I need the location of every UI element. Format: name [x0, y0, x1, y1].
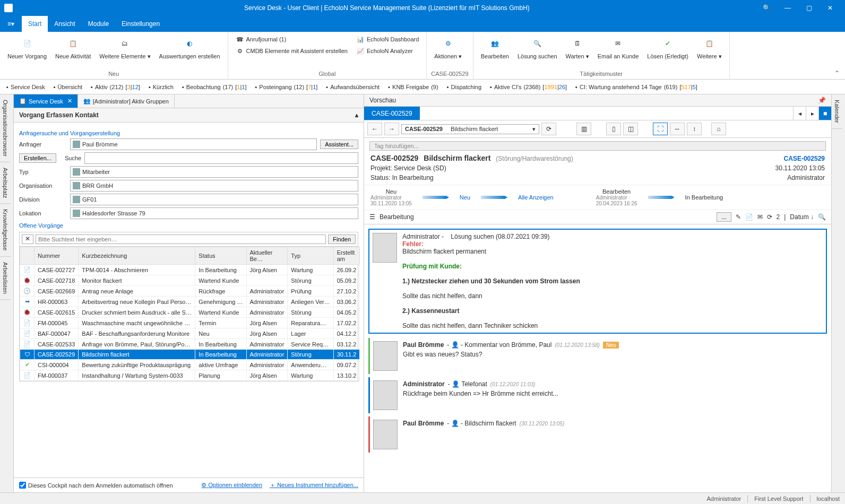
table-row[interactable]: 🐞CASE-002718Monitor flackertWartend Kund… [20, 275, 360, 286]
quickbar-item[interactable]: ▪Aktive CI's (2368) [1991|26] [487, 83, 570, 91]
quickbar-item[interactable]: ▪Beobachtung (17) [1|1] [179, 83, 250, 91]
assistent-button[interactable]: Assistent... [320, 140, 358, 149]
column-header[interactable]: Status [195, 247, 246, 265]
erstellen-button[interactable]: Erstellen... [19, 153, 56, 163]
sidebar-tab[interactable]: Knowledgebase [0, 204, 11, 256]
weitere-elemente-button[interactable]: 🗂Weitere Elemente ▾ [96, 34, 153, 60]
quickbar-item[interactable]: ▪Kürzlich [145, 83, 177, 91]
table-row[interactable]: 📄FM-000037Instandhaltung / Wartung Syste… [20, 370, 360, 381]
close-icon[interactable]: ✕ [67, 98, 72, 105]
sort-label[interactable]: Datum ↓ [790, 213, 814, 221]
activity-entry[interactable]: Paul Brömme - 👤 - Kommentar von Brömme, … [368, 338, 827, 374]
table-row[interactable]: 📄BAF-000047BAF - Beschaffungsanforderung… [20, 328, 360, 339]
home-button[interactable]: ⌂ [711, 123, 726, 135]
collapse-icon[interactable]: ▴ [355, 111, 358, 119]
nav-toggle-button[interactable]: ■ [818, 107, 831, 120]
mail-icon[interactable]: ✉ [757, 213, 763, 221]
minimize-button[interactable]: — [777, 4, 798, 12]
tab-module[interactable]: Module [82, 16, 115, 32]
add-tag-button[interactable]: Tag hinzufügen... [369, 141, 826, 151]
dashboard-button[interactable]: 📊EcholoN Dashboard [353, 34, 422, 45]
refresh-icon[interactable]: ⟳ [767, 213, 772, 221]
neuer-vorgang-button[interactable]: 📄Neuer Vorgang [4, 34, 50, 60]
weitere-button[interactable]: 📋Weitere ▾ [694, 34, 725, 60]
activity-collapse-icon[interactable]: ☰ [369, 213, 375, 221]
fit-h-button[interactable]: ↔ [670, 123, 685, 135]
auto-open-checkbox[interactable]: Dieses Cockpit nach dem Anmelden automat… [19, 482, 173, 489]
table-row[interactable]: ✔CSI-000004Bewertung zukünftige Produkta… [20, 360, 360, 370]
quickbar-item[interactable]: ▪KNB Freigabe (9) [385, 83, 441, 91]
warten-button[interactable]: 🗓Warten ▾ [563, 34, 592, 60]
sidebar-tab[interactable]: Kalender [832, 94, 842, 129]
nav-prev-button[interactable]: ◂ [793, 107, 806, 120]
finden-button[interactable]: Finden [328, 234, 356, 244]
ribbon-collapse-icon[interactable]: ⌃ [829, 67, 845, 79]
tab-service-desk[interactable]: 📋 Service Desk✕ [14, 94, 78, 108]
quickbar-item[interactable]: ▪Übersicht [50, 83, 85, 91]
sidebar-tab[interactable]: Arbeitslisten [0, 257, 11, 300]
maximize-button[interactable]: ▢ [798, 4, 820, 12]
quickbar-item[interactable]: ▪Posteingang (12) [7|1] [252, 83, 321, 91]
table-row[interactable]: 🕒CASE-002669Antrag neue AnlageRückfrageA… [20, 286, 360, 297]
clear-search-button[interactable]: ✕ [22, 234, 33, 244]
anrufjournal-button[interactable]: ☎Anrufjournal (1) [232, 34, 351, 45]
table-row[interactable]: 🛡CASE-002529Bildschirm flackertIn Bearbe… [20, 350, 360, 360]
division-field[interactable]: GF01 [70, 194, 358, 205]
cmdb-button[interactable]: ⚙CMDB Elemente mit Assistent erstellen [232, 46, 351, 56]
lokation-field[interactable]: Haldesdorfer Strasse 79 [70, 207, 358, 219]
main-activity-entry[interactable]: Administrator - Lösung suchen (08.07.202… [368, 229, 827, 334]
loesung-suchen-button[interactable]: 🔍Lösung suchen [514, 34, 561, 60]
file-menu[interactable]: ≡▾ [0, 16, 22, 32]
copy-icon[interactable]: 📄 [745, 213, 753, 221]
quickbar-item[interactable]: ▪Aktiv (212) [3|12] [88, 83, 143, 91]
close-button[interactable]: ✕ [820, 4, 841, 12]
case-tab[interactable]: CASE-002529 [364, 107, 420, 120]
refresh-button[interactable]: ⟳ [541, 123, 556, 135]
sidebar-tab[interactable]: Organisationsbrowser [0, 94, 11, 162]
quickbar-item[interactable]: ▪Service Desk [3, 83, 48, 91]
activity-entry[interactable]: Paul Brömme - 👤 - Bildschirm flackert (3… [368, 416, 827, 453]
table-row[interactable]: 🐞CASE-002615Drucker schmiert beim Ausdru… [20, 307, 360, 318]
bearbeiten-button[interactable]: 👥Bearbeiten [478, 34, 512, 60]
column-header[interactable]: Kurzbezeichnung [79, 247, 195, 265]
organisation-field[interactable]: BRR GmbH [70, 180, 358, 192]
grid-search-input[interactable] [36, 234, 326, 244]
nav-next-button[interactable]: ▸ [806, 107, 818, 120]
analyzer-button[interactable]: 📈EcholoN Analyzer [353, 46, 422, 56]
column-header[interactable]: Aktueller Be… [246, 247, 288, 265]
case-link[interactable]: CASE-002529 [784, 155, 825, 162]
column-header[interactable] [20, 247, 35, 265]
column-header[interactable]: Typ [288, 247, 333, 265]
tab-einstellungen[interactable]: Einstellungen [115, 16, 166, 32]
layout-1-button[interactable]: ▥ [576, 123, 591, 135]
edit-icon[interactable]: ✎ [736, 213, 741, 221]
activity-entry[interactable]: Administrator - 👤 Telefonat (01.12.2020 … [368, 377, 827, 413]
anfrager-field[interactable]: Paul Brömme [70, 138, 317, 150]
loesen-button[interactable]: ✔Lösen (Erledigt) [644, 34, 692, 60]
forward-button[interactable]: → [384, 123, 399, 135]
column-header[interactable]: Erstellt am [333, 247, 360, 265]
typ-field[interactable]: Mitarbeiter [70, 166, 358, 178]
sidebar-tab[interactable]: Arbeitsplatz [0, 162, 11, 204]
quickbar-item[interactable]: ▪Aufwandsübersicht [323, 83, 383, 91]
column-header[interactable]: Nummer [35, 247, 79, 265]
suche-field[interactable] [84, 152, 358, 164]
layout-2-button[interactable]: ▯ [606, 123, 621, 135]
neues-instrument-link[interactable]: ＋ Neues Instrument hinzufügen... [270, 481, 358, 489]
quickbar-item[interactable]: ▪CI: Wartung anstehend 14 Tage (619) [51… [572, 83, 701, 91]
more-button[interactable]: ... [717, 212, 731, 222]
table-row[interactable]: ➡HR-000063Arbeitsvertrag neue Kollegin P… [20, 297, 360, 307]
table-row[interactable]: 📄CASE-002727TPM-0014 - AbschmierenIn Bea… [20, 265, 360, 275]
auswertungen-button[interactable]: ◐Auswertungen erstellen [156, 34, 223, 60]
email-kunde-button[interactable]: ✉Email an Kunde [594, 34, 642, 60]
tab-start[interactable]: Start [22, 16, 48, 32]
search-icon[interactable]: 🔍 [756, 4, 777, 12]
optionen-link[interactable]: ⚙ Optionen einblenden [201, 482, 262, 489]
quickbar-item[interactable]: ▪Dispatching [444, 83, 485, 91]
layout-3-button[interactable]: ◫ [623, 123, 638, 135]
table-row[interactable]: 📄CASE-002533Anfrage von Brömme, Paul, St… [20, 339, 360, 350]
table-row[interactable]: 📄FM-000045Waschmaschine macht ungewöhnli… [20, 318, 360, 328]
pin-icon[interactable]: 📌 [818, 97, 826, 104]
aktionen-button[interactable]: ⚙Aktionen ▾ [431, 34, 465, 60]
panel-header[interactable]: Vorgang Erfassen Kontakt▴ [14, 108, 364, 123]
